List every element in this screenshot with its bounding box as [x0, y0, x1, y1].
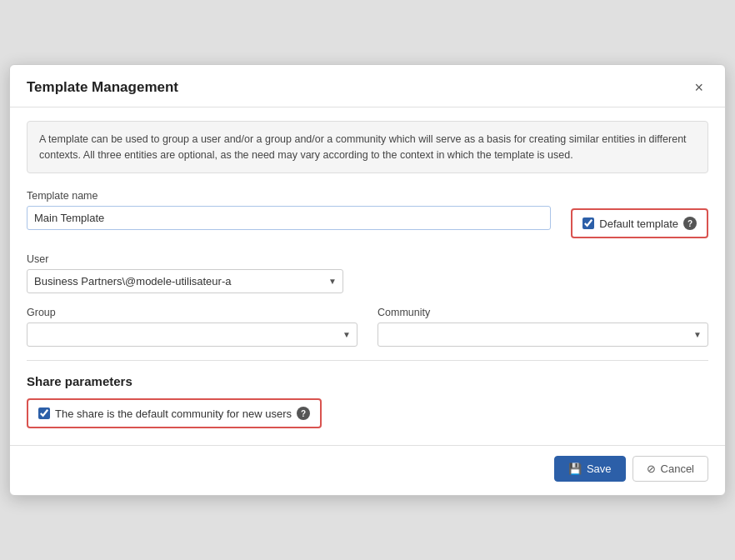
cancel-button[interactable]: ⊘ Cancel	[632, 456, 708, 482]
user-select-wrapper: Business Partners\@modele-utilisateur-a …	[27, 269, 343, 293]
template-name-group: Template name	[27, 190, 551, 230]
default-template-checkbox[interactable]	[582, 218, 594, 229]
user-group: User Business Partners\@modele-utilisate…	[27, 253, 343, 293]
community-select-wrapper: ▼	[378, 322, 708, 347]
group-label: Group	[27, 307, 358, 318]
template-management-modal: Template Management × A template can be …	[9, 64, 726, 497]
modal-footer: 💾 Save ⊘ Cancel	[10, 445, 725, 495]
default-community-label: The share is the default community for n…	[55, 408, 292, 420]
save-label: Save	[587, 462, 612, 475]
template-name-input[interactable]	[27, 206, 551, 230]
community-select[interactable]	[378, 322, 708, 347]
cancel-label: Cancel	[661, 462, 694, 475]
default-template-label: Default template	[599, 218, 678, 230]
share-parameters-title: Share parameters	[27, 374, 708, 388]
modal-body: A template can be used to group a user a…	[10, 108, 725, 446]
modal-header: Template Management ×	[10, 65, 725, 108]
share-parameters-section: Share parameters The share is the defaul…	[27, 374, 708, 428]
group-group: Group ▼	[27, 307, 358, 347]
cancel-icon: ⊘	[647, 462, 656, 475]
template-name-row: Template name Default template ?	[27, 190, 708, 240]
group-select[interactable]	[27, 322, 358, 347]
default-community-checkbox[interactable]	[38, 408, 50, 419]
community-group: Community ▼	[378, 307, 708, 347]
save-icon: 💾	[568, 462, 582, 475]
user-label: User	[27, 253, 343, 265]
default-template-checkbox-group: Default template ?	[571, 208, 708, 238]
close-button[interactable]: ×	[689, 78, 708, 97]
group-select-wrapper: ▼	[27, 322, 358, 347]
template-name-label: Template name	[27, 190, 551, 202]
user-select[interactable]: Business Partners\@modele-utilisateur-a	[27, 269, 343, 293]
info-box: A template can be used to group a user a…	[27, 121, 708, 174]
default-community-help-icon[interactable]: ?	[297, 407, 310, 420]
default-community-checkbox-group: The share is the default community for n…	[27, 398, 322, 428]
modal-title: Template Management	[27, 79, 178, 96]
community-label: Community	[378, 307, 708, 318]
divider	[27, 360, 708, 361]
group-community-row: Group ▼ Community ▼	[27, 307, 708, 347]
default-template-help-icon[interactable]: ?	[683, 217, 697, 230]
save-button[interactable]: 💾 Save	[554, 456, 626, 482]
